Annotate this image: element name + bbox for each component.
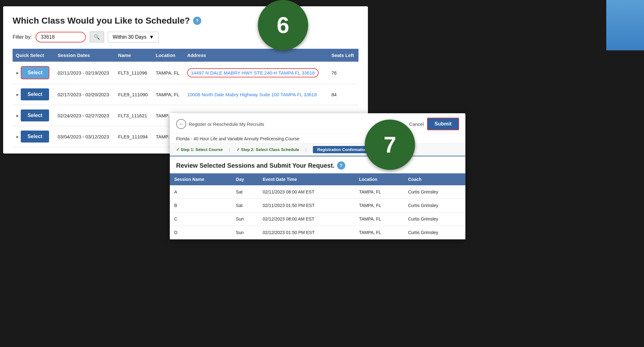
expand-arrow[interactable]: ► bbox=[16, 71, 19, 75]
select-button[interactable]: Select bbox=[21, 66, 49, 79]
help-icon[interactable]: ? bbox=[193, 17, 201, 25]
session-dates: 03/04/2023 - 03/12/2023 bbox=[54, 126, 115, 147]
step3-label: Registration Confirmation bbox=[313, 146, 372, 153]
expand-arrow[interactable]: ► bbox=[16, 135, 19, 139]
review-col-coach: Coach bbox=[404, 173, 465, 185]
back-button[interactable]: ← Register or Reschedule My Recruits bbox=[176, 119, 264, 129]
address-link[interactable]: 10008 North Dale Mabry Highway Suite 100… bbox=[187, 92, 317, 97]
address-link[interactable]: 14497 N DALE MABRY HWY STE 240-H TAMPA F… bbox=[187, 68, 319, 77]
session-address: 10008 North Dale Mabry Highway Suite 100… bbox=[184, 84, 328, 105]
table-row: ► Select02/17/2023 - 02/20/2023FLE9_1110… bbox=[13, 84, 358, 105]
session-name: FLE9_111090 bbox=[115, 84, 153, 105]
review-col-location: Location bbox=[355, 173, 404, 185]
search-button[interactable]: 🔍 bbox=[90, 31, 104, 42]
review-col-session: Session Name bbox=[170, 173, 231, 185]
review-cell-day: Sat bbox=[231, 199, 258, 212]
review-cell-session: B bbox=[170, 199, 231, 212]
table-row: ► Select02/11/2023 - 02/19/2023FLT3_1110… bbox=[13, 62, 358, 84]
step-badge-6: 6 bbox=[258, 0, 308, 50]
review-title: Review Selected Sessions and Submit Your… bbox=[170, 156, 465, 173]
right-bar bbox=[606, 0, 644, 50]
col-header-location: Location bbox=[153, 49, 184, 62]
review-table-row: ASat02/11/2023 08:00 AM ESTTAMPA, FLCurt… bbox=[170, 185, 465, 199]
session-address: 14497 N DALE MABRY HWY STE 240-H TAMPA F… bbox=[184, 62, 328, 84]
review-table: Session Name Day Event Date Time Locatio… bbox=[170, 173, 465, 239]
session-dates: 02/17/2023 - 02/20/2023 bbox=[54, 84, 115, 105]
review-cell-location: TAMPA, FL bbox=[355, 226, 404, 239]
col-header-session-dates: Session Dates bbox=[54, 49, 115, 62]
review-cell-session: D bbox=[170, 226, 231, 239]
seats-left: 76 bbox=[328, 62, 358, 84]
submit-button[interactable]: Submit bbox=[427, 118, 459, 130]
session-name: FLT3_111096 bbox=[115, 62, 153, 84]
col-header-name: Name bbox=[115, 49, 153, 62]
col-header-seats: Seats Left bbox=[328, 49, 358, 62]
review-table-row: BSat02/11/2023 01:50 PM ESTTAMPA, FLCurt… bbox=[170, 199, 465, 212]
review-cell-event_date: 02/12/2023 01:50 PM EST bbox=[258, 226, 355, 239]
steps-row: ✓ Step 1: Select Course | ✓ Step 2: Sele… bbox=[170, 143, 465, 156]
step1-label: ✓ Step 1: Select Course bbox=[176, 147, 223, 152]
review-cell-event_date: 02/12/2023 08:00 AM EST bbox=[258, 212, 355, 226]
review-cell-location: TAMPA, FL bbox=[355, 185, 404, 199]
review-cell-session: C bbox=[170, 212, 231, 226]
review-cell-day: Sun bbox=[231, 226, 258, 239]
review-cell-day: Sun bbox=[231, 212, 258, 226]
session-name: FLT3_111621 bbox=[115, 105, 153, 126]
select-button[interactable]: Select bbox=[21, 88, 49, 100]
seats-left: 84 bbox=[328, 84, 358, 105]
review-cell-coach: Curtis Grimsley bbox=[404, 226, 465, 239]
col-header-address: Address bbox=[184, 49, 328, 62]
review-cell-day: Sat bbox=[231, 185, 258, 199]
session-dates: 02/11/2023 - 02/19/2023 bbox=[54, 62, 115, 84]
review-cell-coach: Curtis Grimsley bbox=[404, 199, 465, 212]
filter-label: Filter by: bbox=[13, 34, 32, 40]
review-cell-coach: Curtis Grimsley bbox=[404, 185, 465, 199]
select-button[interactable]: Select bbox=[21, 109, 49, 121]
back-icon: ← bbox=[176, 119, 186, 129]
review-cell-location: TAMPA, FL bbox=[355, 212, 404, 226]
action-buttons: Cancel Submit bbox=[409, 118, 459, 130]
course-name: Florida - 40 Hour Life and Variable Annu… bbox=[170, 134, 465, 143]
review-cell-event_date: 02/11/2023 08:00 AM EST bbox=[258, 185, 355, 199]
filter-input-wrap bbox=[36, 32, 86, 42]
expand-arrow[interactable]: ► bbox=[16, 114, 19, 118]
session-location: TAMPA, FL bbox=[153, 84, 184, 105]
review-col-day: Day bbox=[231, 173, 258, 185]
filter-input[interactable] bbox=[36, 32, 86, 42]
review-col-event-date: Event Date Time bbox=[258, 173, 355, 185]
within-days-dropdown[interactable]: Within 30 Days ▼ bbox=[108, 32, 158, 42]
review-cell-session: A bbox=[170, 185, 231, 199]
step-badge-7: 7 bbox=[365, 120, 415, 170]
col-header-quick-select: Quick Select bbox=[13, 49, 54, 62]
step2-label: ✓ Step 2: Select Class Schedule bbox=[236, 147, 299, 152]
panel-header: ← Register or Reschedule My Recruits Can… bbox=[170, 113, 465, 134]
review-cell-coach: Curtis Grimsley bbox=[404, 212, 465, 226]
session-location: TAMPA, FL bbox=[153, 62, 184, 84]
review-cell-event_date: 02/11/2023 01:50 PM EST bbox=[258, 199, 355, 212]
cancel-button[interactable]: Cancel bbox=[409, 121, 424, 127]
review-cell-location: TAMPA, FL bbox=[355, 199, 404, 212]
bottom-panel: ← Register or Reschedule My Recruits Can… bbox=[170, 113, 465, 239]
review-help-icon[interactable]: ? bbox=[337, 161, 345, 170]
review-table-row: CSun02/12/2023 08:00 AM ESTTAMPA, FLCurt… bbox=[170, 212, 465, 226]
expand-arrow[interactable]: ► bbox=[16, 92, 19, 97]
session-name: FLE9_111094 bbox=[115, 126, 153, 147]
select-button[interactable]: Select bbox=[21, 131, 49, 143]
review-table-row: DSun02/12/2023 01:50 PM ESTTAMPA, FLCurt… bbox=[170, 226, 465, 239]
session-dates: 02/24/2023 - 02/27/2023 bbox=[54, 105, 115, 126]
